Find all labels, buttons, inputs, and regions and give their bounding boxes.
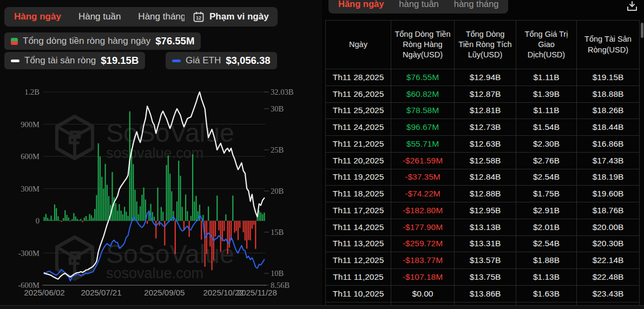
table-tab-weekly[interactable]: hàng tuân: [399, 0, 438, 9]
value-cell: -$261.59M: [391, 153, 455, 169]
value-cell: $12.87B: [455, 86, 516, 103]
svg-text:10B: 10B: [271, 269, 284, 278]
date-cell: Th11 19,2025: [326, 169, 391, 186]
table-row: Th11 28,2025$76.55M$12.94B$1.11B$19.15B: [326, 69, 639, 86]
bottom-divider: [0, 305, 644, 309]
table-period-tabs: Hăng ngàyhàng tuânhàng tháng: [328, 0, 508, 14]
table-tab-daily[interactable]: Hăng ngày: [338, 0, 384, 9]
value-cell: $23.43B: [577, 286, 639, 303]
column-header: Tổng Giá Trị Giao Dịch(USD): [516, 21, 577, 69]
value-cell: $55.71M: [391, 136, 455, 153]
value-cell: $13.75B: [455, 269, 516, 286]
table-row: Th11 21,2025$55.71M$12.63B$2.30B$16.86B: [326, 136, 639, 153]
value-cell: $18.76B: [577, 202, 639, 219]
value-cell: $12.95B: [455, 202, 516, 219]
chart-panel: Hàng ngàyHàng tuầnHàng tháng 12 Phạm vi …: [0, 0, 323, 309]
table-tab-monthly[interactable]: hàng tháng: [454, 0, 499, 9]
value-cell: -$177.90M: [391, 219, 455, 236]
right-axis-labels: 32.03B30B25B20B15B10B8.56B: [264, 88, 293, 290]
value-cell: $12.88B: [455, 186, 516, 202]
value-cell: -$259.72M: [391, 236, 455, 253]
column-header: Ngày: [326, 21, 391, 69]
value-cell: $96.67M: [391, 119, 455, 136]
table-row: Th11 25,2025$78.58M$12.81B$1.11B$18.26B: [326, 103, 639, 120]
value-cell: $2.76B: [516, 153, 577, 169]
left-axis-labels: 1.2B900M600M300M0-300M-600M: [18, 88, 40, 290]
value-cell: $12.73B: [455, 119, 516, 136]
value-cell: $22.14B: [577, 252, 639, 269]
value-cell: $20.30B: [577, 236, 639, 253]
date-cell: Th11 21,2025: [326, 136, 391, 153]
date-cell: Th11 12,2025: [326, 252, 391, 269]
value-cell: $60.82M: [391, 86, 455, 103]
date-cell: Th11 25,2025: [326, 103, 391, 120]
table-row: Th11 11,2025-$107.18M$13.75B$1.13B$22.48…: [326, 269, 639, 286]
value-cell: $1.39B: [516, 86, 577, 103]
table-row: Th11 19,2025-$37.35M$12.84B$2.54B$18.19B: [326, 169, 639, 186]
svg-text:1.2B: 1.2B: [24, 88, 40, 96]
column-header: Tổng Tài Sản Ròng(USD): [577, 21, 639, 69]
date-cell: Th11 11,2025: [326, 269, 391, 286]
date-cell: Th11 20,2025: [326, 153, 391, 169]
value-cell: $18.44B: [577, 119, 639, 136]
table-row: Th11 12,2025-$183.77M$13.57B$1.88B$22.14…: [326, 252, 639, 269]
etf-flow-table: NgàyTổng Dòng Tiền Ròng Hàng Ngày(USD)Tổ…: [325, 20, 640, 307]
value-cell: $17.43B: [577, 153, 639, 169]
svg-text:-300M: -300M: [18, 249, 40, 258]
value-cell: $12.84B: [455, 169, 516, 186]
svg-text:900M: 900M: [21, 120, 40, 129]
value-cell: $19.60B: [577, 186, 639, 202]
svg-text:300M: 300M: [21, 185, 40, 193]
flow-chart[interactable]: 1.2B900M600M300M0-300M-600M32.03B30B25B2…: [0, 0, 323, 309]
x-axis-labels: 2025/06/022025/07/212025/09/052025/10/22…: [24, 288, 277, 297]
column-header: Tổng Dòng Tiền Ròng Hàng Ngày(USD): [391, 21, 455, 69]
date-cell: Th11 26,2025: [326, 86, 391, 103]
table-header-row: NgàyTổng Dòng Tiền Ròng Hàng Ngày(USD)Tổ…: [326, 21, 639, 69]
net-assets-line: [44, 92, 265, 279]
value-cell: $12.58B: [455, 153, 516, 169]
table-row: Th11 24,2025$96.67M$12.73B$1.54B$18.44B: [326, 119, 639, 136]
column-header: Tổng Dòng Tiền Ròng Tích Lũy(USD): [455, 21, 516, 69]
value-cell: -$183.77M: [391, 252, 455, 269]
value-cell: $13.86B: [455, 286, 516, 303]
table-row: Th11 17,2025-$182.80M$12.95B$2.91B$18.76…: [326, 202, 639, 219]
table-scrollbar[interactable]: [641, 23, 643, 38]
value-cell: $22.48B: [577, 269, 639, 286]
download-button[interactable]: [625, 0, 640, 15]
value-cell: $1.11B: [516, 103, 577, 120]
svg-text:30B: 30B: [271, 104, 284, 113]
date-cell: Th11 24,2025: [326, 119, 391, 136]
value-cell: $2.01B: [516, 219, 577, 236]
value-cell: -$107.18M: [391, 269, 455, 286]
table-row: Th11 13,2025-$259.72M$13.31B$2.54B$20.30…: [326, 236, 639, 253]
value-cell: $18.19B: [577, 169, 639, 186]
svg-text:2025/06/02: 2025/06/02: [24, 288, 65, 297]
value-cell: $1.11B: [516, 69, 577, 86]
value-cell: $0.00: [391, 286, 455, 303]
svg-text:600M: 600M: [21, 152, 40, 161]
value-cell: $1.13B: [516, 269, 577, 286]
value-cell: $13.13B: [455, 219, 516, 236]
svg-text:25B: 25B: [271, 146, 284, 154]
value-cell: $12.63B: [455, 136, 516, 153]
value-cell: $76.55M: [391, 69, 455, 86]
date-cell: Th11 28,2025: [326, 69, 391, 86]
table-row: Th11 14,2025-$177.90M$13.13B$2.01B$20.00…: [326, 219, 639, 236]
svg-text:2025/07/21: 2025/07/21: [81, 288, 121, 297]
date-cell: Th11 14,2025: [326, 219, 391, 236]
date-cell: Th11 17,2025: [326, 202, 391, 219]
daily-flow-bars: [44, 111, 265, 271]
value-cell: $1.88B: [516, 252, 577, 269]
table-row: Th11 20,2025-$261.59M$12.58B$2.76B$17.43…: [326, 153, 639, 169]
value-cell: $1.75B: [516, 186, 577, 202]
table-panel: Hăng ngàyhàng tuânhàng tháng SoSoValueso…: [323, 0, 644, 309]
eth-etf-dashboard: Hàng ngàyHàng tuầnHàng tháng 12 Phạm vi …: [0, 0, 644, 309]
gridlines: [43, 92, 265, 285]
date-cell: Th11 13,2025: [326, 236, 391, 253]
value-cell: $13.31B: [455, 236, 516, 253]
value-cell: $12.94B: [455, 69, 516, 86]
svg-text:2025/09/05: 2025/09/05: [144, 288, 185, 297]
value-cell: $18.26B: [577, 103, 639, 120]
value-cell: $1.63B: [516, 286, 577, 303]
value-cell: $2.91B: [516, 202, 577, 219]
